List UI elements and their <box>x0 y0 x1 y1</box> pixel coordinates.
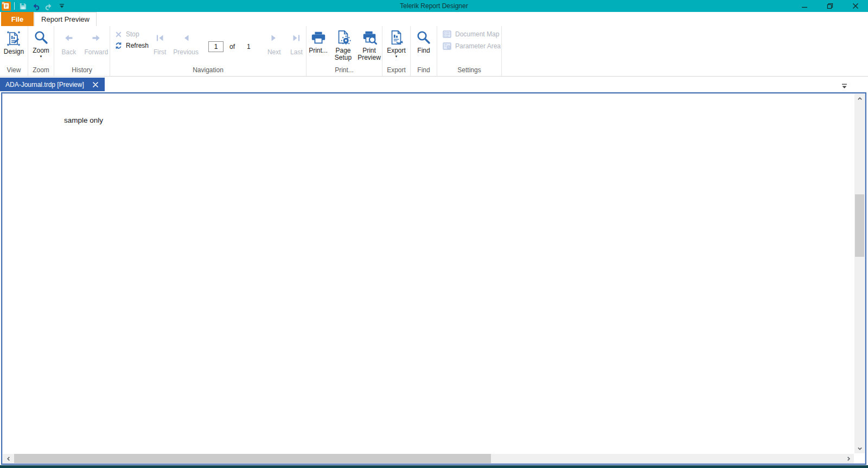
file-tab[interactable]: File <box>1 12 34 26</box>
qat-separator <box>14 2 15 10</box>
document-tab-strip: ADA-Journal.trdp [Preview] <box>0 77 868 92</box>
ribbon-group-settings: Document Map Parameter Area Settings <box>437 26 502 76</box>
export-icon <box>388 30 405 46</box>
quick-access-toolbar: R <box>0 0 67 12</box>
chevron-up-icon <box>857 96 863 101</box>
zoom-dropdown-caret: ▼ <box>40 55 43 58</box>
tab-list-dropdown-icon <box>841 84 847 89</box>
tab-report-preview[interactable]: Report Preview <box>34 12 97 26</box>
undo-icon[interactable] <box>31 1 41 11</box>
save-icon[interactable] <box>18 1 28 11</box>
report-preview-panel: sample only <box>1 92 866 465</box>
stop-icon <box>115 31 122 38</box>
report-content-text: sample only <box>64 116 103 124</box>
first-page-button[interactable]: First <box>150 26 170 56</box>
ribbon: Design View Zoom ▼ Zoom <box>0 26 868 77</box>
group-label-history: History <box>54 66 110 76</box>
group-label-export: Export <box>382 66 410 76</box>
parameter-area-toggle[interactable]: Parameter Area <box>443 42 501 50</box>
vertical-scrollbar[interactable] <box>854 94 865 453</box>
qat-customize-icon[interactable] <box>57 1 67 11</box>
group-label-view: View <box>0 66 28 76</box>
group-label-find: Find <box>411 66 437 76</box>
forward-button[interactable]: Forward <box>83 26 110 56</box>
last-page-icon <box>292 34 301 42</box>
zoom-icon <box>33 30 49 46</box>
redo-icon[interactable] <box>44 1 54 11</box>
vertical-scrollbar-thumb[interactable] <box>855 194 864 257</box>
zoom-button[interactable]: Zoom ▼ <box>33 26 49 58</box>
ribbon-group-print: Print... Page Setup <box>307 26 382 76</box>
scroll-right-button[interactable] <box>843 454 854 463</box>
print-button[interactable]: Print... <box>307 26 330 54</box>
chevron-right-icon <box>846 456 851 461</box>
app-icon[interactable]: R <box>2 2 11 11</box>
previous-page-icon <box>182 34 190 42</box>
titlebar: R <box>0 0 868 12</box>
ribbon-group-export: Export ▼ Export <box>382 26 411 76</box>
horizontal-scrollbar-thumb[interactable] <box>14 454 491 463</box>
back-icon <box>64 34 73 42</box>
print-icon <box>310 30 327 46</box>
page-setup-button[interactable]: Page Setup <box>332 26 355 61</box>
group-label-navigation: Navigation <box>110 66 306 76</box>
minimize-button[interactable] <box>792 0 817 12</box>
next-page-icon <box>270 34 278 42</box>
stop-button[interactable]: Stop <box>115 30 149 38</box>
refresh-button[interactable]: Refresh <box>115 41 149 50</box>
document-tab-ada-journal[interactable]: ADA-Journal.trdp [Preview] <box>0 78 105 91</box>
chevron-left-icon <box>6 456 11 461</box>
design-button[interactable]: Design <box>4 26 24 55</box>
first-page-icon <box>156 34 164 42</box>
page-setup-icon <box>335 30 352 46</box>
export-dropdown-caret: ▼ <box>395 55 398 58</box>
document-map-toggle[interactable]: Document Map <box>443 30 499 38</box>
previous-page-button[interactable]: Previous <box>171 26 201 56</box>
group-label-settings: Settings <box>437 66 501 76</box>
window-controls <box>792 0 868 12</box>
page-of-label: of <box>229 43 235 50</box>
group-label-zoom: Zoom <box>28 66 54 76</box>
close-button[interactable] <box>843 0 868 12</box>
ribbon-group-history: Back Forward History <box>54 26 110 76</box>
scroll-down-button[interactable] <box>854 444 865 453</box>
ribbon-group-view: Design View <box>0 26 28 76</box>
app-window: R <box>0 0 868 468</box>
scroll-left-button[interactable] <box>3 454 14 463</box>
back-button[interactable]: Back <box>59 26 79 56</box>
ribbon-group-find: Find Find <box>411 26 437 76</box>
export-button[interactable]: Export ▼ <box>387 26 406 58</box>
chevron-down-icon <box>857 446 863 451</box>
maximize-button[interactable] <box>817 0 843 12</box>
print-preview-icon <box>361 30 378 46</box>
ribbon-tab-row: File Report Preview <box>0 12 868 26</box>
document-map-icon <box>443 30 451 38</box>
refresh-icon <box>115 41 122 50</box>
scroll-up-button[interactable] <box>854 94 865 103</box>
parameter-area-icon <box>443 42 451 50</box>
document-tab-close-icon[interactable] <box>93 82 98 87</box>
group-label-print: Print... <box>307 66 382 76</box>
design-icon <box>5 30 22 47</box>
minimize-icon <box>801 3 808 9</box>
restore-icon <box>827 3 833 9</box>
window-bottom-border <box>0 465 868 468</box>
window-title: Telerik Report Designer <box>0 0 868 12</box>
forward-icon <box>92 34 101 42</box>
horizontal-scrollbar[interactable] <box>3 454 854 463</box>
find-icon <box>416 30 432 46</box>
find-button[interactable]: Find <box>416 26 432 54</box>
document-tab-title: ADA-Journal.trdp [Preview] <box>5 81 84 88</box>
print-preview-button[interactable]: Print Preview <box>357 26 382 61</box>
ribbon-group-zoom: Zoom ▼ Zoom <box>28 26 54 76</box>
close-icon <box>852 3 859 9</box>
last-page-button[interactable]: Last <box>287 26 306 56</box>
page-number-input[interactable] <box>208 41 224 52</box>
ribbon-group-navigation: Stop Refresh <box>110 26 307 76</box>
total-pages-label: 1 <box>247 43 251 50</box>
tab-list-dropdown-button[interactable] <box>841 81 847 91</box>
next-page-button[interactable]: Next <box>263 26 286 56</box>
